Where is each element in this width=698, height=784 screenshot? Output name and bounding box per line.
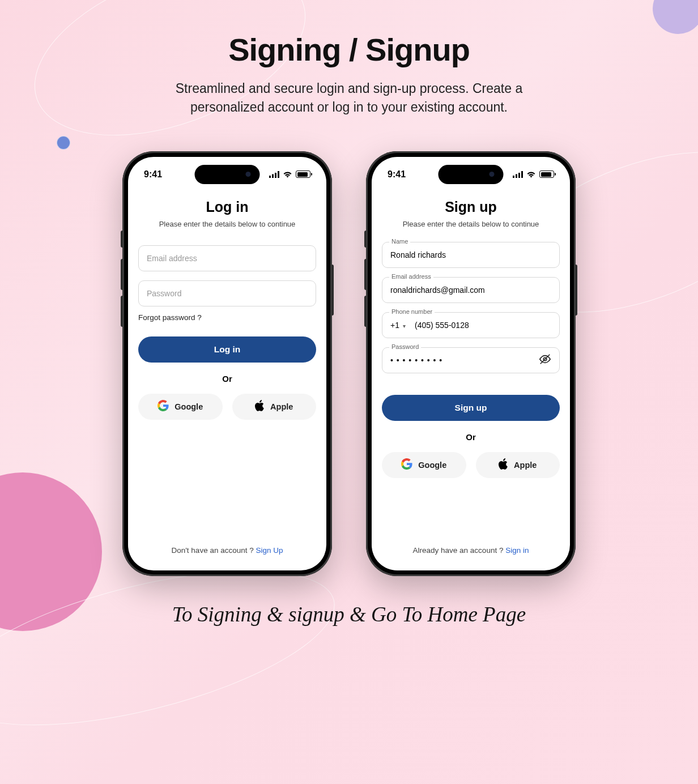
decorative-circle (57, 136, 70, 150)
phone-label: Phone number (389, 308, 435, 315)
phone-notch (195, 165, 260, 184)
apple-signin-button[interactable]: Apple (476, 452, 560, 478)
phone-mockup-signup: 9:41 Sign up Please enter the details be… (366, 151, 576, 576)
google-label: Google (418, 461, 446, 470)
svg-rect-1 (272, 174, 274, 178)
signup-button[interactable]: Sign up (382, 395, 560, 421)
apple-signin-button[interactable]: Apple (232, 394, 317, 420)
phone-code: +1 (390, 321, 399, 330)
login-button[interactable]: Log in (138, 336, 316, 363)
eye-off-icon[interactable] (539, 353, 551, 367)
svg-rect-2 (275, 173, 276, 178)
svg-rect-7 (521, 171, 523, 178)
apple-label: Apple (514, 461, 537, 470)
country-code-select[interactable]: +1▾ (390, 321, 415, 330)
password-field[interactable]: Password • • • • • • • • • (382, 347, 560, 373)
google-icon (158, 400, 169, 413)
google-signin-button[interactable]: Google (382, 452, 466, 478)
svg-rect-0 (269, 176, 271, 178)
status-time: 9:41 (144, 169, 162, 180)
signup-subtitle: Please enter the details below to contin… (382, 220, 560, 228)
signup-title: Sign up (382, 199, 560, 215)
google-label: Google (174, 402, 203, 411)
phone-notch (439, 165, 504, 184)
login-footer: Don't have an account ? Sign Up (138, 546, 316, 570)
chevron-down-icon: ▾ (403, 323, 406, 329)
cellular-signal-icon (269, 171, 279, 178)
page-caption: To Signing & signup & Go To Home Page (0, 602, 698, 627)
wifi-icon (283, 171, 292, 178)
signin-link[interactable]: Sign in (505, 546, 529, 555)
password-value: • • • • • • • • • (390, 356, 442, 365)
name-value: Ronald richards (390, 250, 446, 259)
forgot-password-link[interactable]: Forgot password ? (138, 313, 316, 322)
password-label: Password (389, 343, 421, 350)
or-divider: Or (138, 374, 316, 384)
footer-text: Already have an account ? (413, 546, 506, 555)
email-value: ronaldrichards@gmail.com (390, 286, 485, 295)
signup-link[interactable]: Sign Up (256, 546, 283, 555)
status-time: 9:41 (388, 169, 406, 180)
subtitle-line: personalized account or log in to your e… (190, 100, 508, 114)
email-placeholder: Email address (147, 254, 197, 263)
email-label: Email address (389, 273, 433, 280)
email-field[interactable]: Email address ronaldrichards@gmail.com (382, 277, 560, 303)
login-title: Log in (138, 199, 316, 215)
apple-icon (499, 458, 508, 471)
phone-mockup-login: 9:41 Log in Please enter the details bel… (122, 151, 332, 576)
footer-text: Don't have an account ? (172, 546, 256, 555)
wifi-icon (526, 171, 536, 178)
apple-label: Apple (270, 402, 293, 411)
or-divider: Or (382, 432, 560, 442)
password-placeholder: Password (147, 289, 181, 298)
signup-footer: Already have an account ? Sign in (382, 546, 560, 570)
name-label: Name (389, 238, 410, 245)
phone-value: (405) 555-0128 (415, 321, 469, 330)
google-icon (401, 458, 412, 471)
phone-field[interactable]: Phone number +1▾ (405) 555-0128 (382, 312, 560, 338)
svg-rect-6 (518, 173, 520, 178)
page-title: Signing / Signup (0, 31, 698, 68)
password-field[interactable]: Password (138, 280, 316, 306)
svg-rect-5 (516, 174, 517, 178)
subtitle-line: Streamlined and secure login and sign-up… (176, 81, 522, 96)
battery-icon (296, 171, 310, 178)
cellular-signal-icon (513, 171, 523, 178)
google-signin-button[interactable]: Google (138, 394, 223, 420)
apple-icon (255, 400, 265, 413)
email-field[interactable]: Email address (138, 245, 316, 271)
svg-rect-3 (278, 171, 279, 178)
name-field[interactable]: Name Ronald richards (382, 242, 560, 268)
login-subtitle: Please enter the details below to contin… (138, 220, 316, 228)
battery-icon (539, 171, 554, 178)
page-subtitle: Streamlined and secure login and sign-up… (0, 79, 698, 117)
svg-rect-4 (513, 176, 514, 178)
